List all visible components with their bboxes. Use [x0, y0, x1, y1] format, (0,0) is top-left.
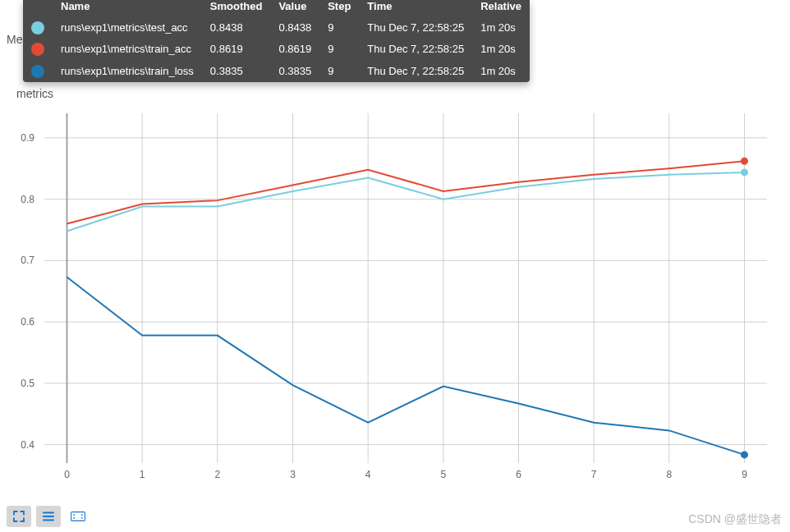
- run-relative: 1m 20s: [472, 16, 530, 39]
- tooltip-header-row: Name Smoothed Value Step Time Relative: [23, 0, 530, 16]
- col-step: Step: [319, 0, 359, 16]
- svg-point-40: [81, 517, 83, 519]
- run-time: Thu Dec 7, 22:58:25: [359, 39, 472, 61]
- svg-text:9: 9: [742, 469, 747, 480]
- run-color-dot: [31, 43, 44, 56]
- expand-button[interactable]: [7, 506, 31, 527]
- toggle-y-log-button[interactable]: [36, 506, 61, 527]
- run-smoothed: 0.8438: [202, 16, 271, 39]
- svg-text:3: 3: [290, 469, 296, 480]
- svg-text:2: 2: [214, 469, 220, 480]
- col-smoothed: Smoothed: [202, 0, 271, 16]
- svg-text:1: 1: [140, 469, 145, 480]
- tooltip-row: runs\exp1\metrics\train_acc0.86190.86199…: [23, 39, 530, 61]
- svg-text:6: 6: [516, 469, 521, 480]
- run-value: 0.8438: [270, 16, 319, 39]
- svg-text:0.9: 0.9: [21, 132, 34, 144]
- run-step: 9: [319, 39, 359, 61]
- run-value: 0.3835: [270, 60, 319, 82]
- run-tooltip: Name Smoothed Value Step Time Relative r…: [23, 0, 530, 82]
- sidebar-label-fragment: Me: [7, 33, 22, 46]
- line-chart[interactable]: 01234567890.40.50.60.70.80.9: [0, 107, 790, 493]
- series-line: [67, 277, 745, 455]
- series-line: [67, 161, 745, 223]
- col-value: Value: [270, 0, 319, 16]
- svg-text:5: 5: [440, 469, 446, 480]
- svg-point-39: [73, 517, 75, 519]
- list-icon: [41, 509, 56, 524]
- svg-point-38: [81, 514, 83, 516]
- svg-text:0.8: 0.8: [21, 194, 34, 205]
- svg-text:0.6: 0.6: [21, 316, 34, 328]
- svg-text:0.7: 0.7: [21, 255, 34, 266]
- col-name: Name: [53, 0, 202, 16]
- run-value: 0.8619: [270, 39, 319, 61]
- series-endpoint: [741, 451, 748, 458]
- fit-icon: [71, 509, 85, 524]
- run-step: 9: [319, 60, 359, 82]
- svg-rect-36: [71, 512, 85, 521]
- svg-text:8: 8: [666, 469, 672, 480]
- svg-text:4: 4: [365, 469, 371, 480]
- run-time: Thu Dec 7, 22:58:25: [359, 60, 472, 82]
- run-smoothed: 0.8619: [202, 39, 271, 61]
- fit-domain-button[interactable]: [66, 506, 90, 527]
- run-name: runs\exp1\metrics\test_acc: [53, 16, 202, 39]
- run-time: Thu Dec 7, 22:58:25: [359, 16, 472, 39]
- run-name: runs\exp1\metrics\train_acc: [53, 39, 202, 61]
- run-relative: 1m 20s: [472, 60, 530, 82]
- run-color-dot: [31, 65, 44, 78]
- svg-text:7: 7: [591, 469, 597, 480]
- svg-text:0.5: 0.5: [21, 378, 34, 389]
- series-endpoint: [741, 158, 748, 165]
- col-time: Time: [359, 0, 472, 16]
- run-relative: 1m 20s: [472, 39, 530, 61]
- run-smoothed: 0.3835: [202, 60, 271, 82]
- expand-icon: [11, 509, 26, 524]
- tooltip-row: runs\exp1\metrics\train_loss0.38350.3835…: [23, 60, 530, 82]
- run-step: 9: [319, 16, 359, 39]
- svg-text:0.4: 0.4: [21, 439, 34, 451]
- series-endpoint: [741, 168, 748, 176]
- run-color-dot: [31, 21, 44, 34]
- tooltip-row: runs\exp1\metrics\test_acc0.84380.84389T…: [23, 16, 530, 39]
- chart-toolbar: [7, 506, 90, 527]
- chart-title: metrics: [16, 87, 53, 100]
- svg-text:0: 0: [64, 469, 70, 480]
- svg-point-37: [73, 514, 75, 516]
- watermark: CSDN @盛世隐者: [688, 512, 782, 527]
- run-name: runs\exp1\metrics\train_loss: [53, 60, 202, 82]
- col-relative: Relative: [472, 0, 530, 16]
